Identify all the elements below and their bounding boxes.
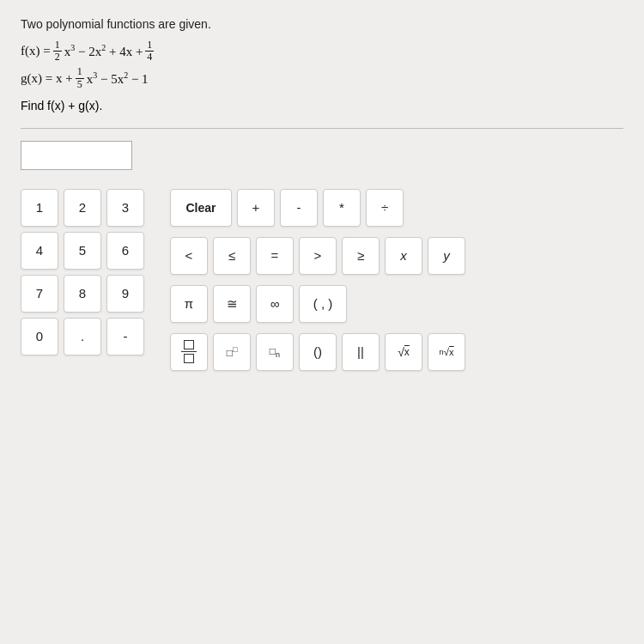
key-eq[interactable]: = [256,237,294,275]
key-pi[interactable]: π [170,285,208,323]
key-8[interactable]: 8 [64,275,101,313]
key-gte[interactable]: ≥ [342,237,380,275]
key-gt[interactable]: > [299,237,337,275]
answer-input[interactable] [21,141,132,170]
key-6[interactable]: 6 [106,232,144,270]
key-2[interactable]: 2 [64,189,101,227]
find-prompt: Find f(x) + g(x). [21,99,623,112]
problem-intro: Two polynomial functions are given. [21,17,623,31]
key-multiply[interactable]: * [323,189,361,227]
key-lte[interactable]: ≤ [213,237,251,275]
key-lt[interactable]: < [170,237,208,275]
key-abs-value[interactable]: || [342,333,380,371]
key-fraction[interactable] [170,333,208,371]
key-approx[interactable]: ≅ [213,285,251,323]
keyboard-area: 1 2 3 4 5 6 7 8 9 0 . - Clear + - * ÷ < … [21,189,623,376]
key-dot[interactable]: . [64,318,101,355]
key-parens[interactable]: () [299,333,337,371]
symbol-row-1: Clear + - * ÷ [170,189,465,227]
key-paren-comma[interactable]: ( , ) [299,285,347,323]
key-neg[interactable]: - [106,318,144,355]
divider [21,128,623,129]
function-f: f(x) = 12 x3 − 2x2 + 4x + 14 [21,39,623,63]
key-sqrt[interactable]: √x [385,333,422,371]
key-3[interactable]: 3 [106,189,144,227]
key-superscript[interactable]: □□ [213,333,251,371]
symbol-row-4: □□ □n () || √x n√x [170,333,465,371]
key-9[interactable]: 9 [106,275,144,313]
symbol-row-3: π ≅ ∞ ( , ) [170,285,465,323]
key-0[interactable]: 0 [21,318,58,355]
key-nth-root[interactable]: n√x [428,333,465,371]
function-g: g(x) = x + 15 x3 − 5x2 − 1 [21,66,623,89]
key-plus[interactable]: + [237,189,275,227]
symbol-pad: Clear + - * ÷ < ≤ = > ≥ x y π ≅ ∞ ( , ) [170,189,465,376]
key-5[interactable]: 5 [64,232,101,270]
key-divide[interactable]: ÷ [366,189,404,227]
key-clear[interactable]: Clear [170,189,232,227]
key-7[interactable]: 7 [21,275,58,313]
key-x[interactable]: x [385,237,422,275]
key-1[interactable]: 1 [21,189,58,227]
key-minus[interactable]: - [280,189,318,227]
key-infinity[interactable]: ∞ [256,285,294,323]
key-y[interactable]: y [428,237,465,275]
key-4[interactable]: 4 [21,232,58,270]
symbol-row-2: < ≤ = > ≥ x y [170,237,465,275]
numpad: 1 2 3 4 5 6 7 8 9 0 . - [21,189,144,355]
key-subscript[interactable]: □n [256,333,294,371]
